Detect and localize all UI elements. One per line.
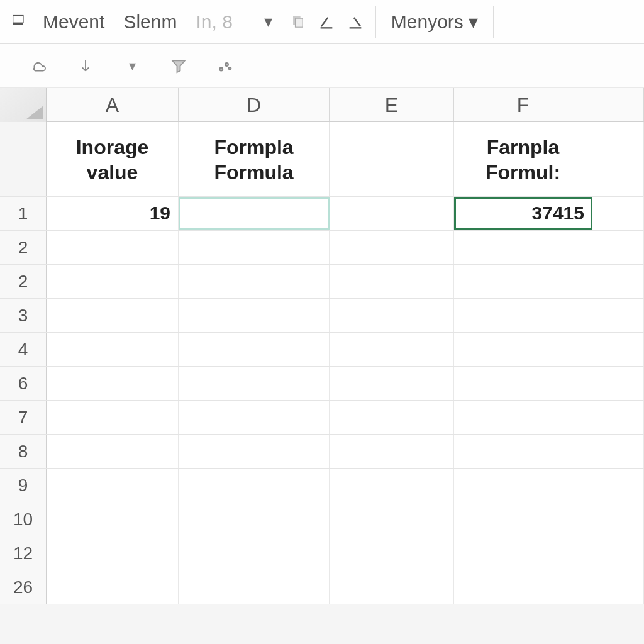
cell[interactable] — [179, 502, 330, 536]
col-header-E[interactable]: E — [330, 88, 454, 121]
cell[interactable] — [179, 231, 330, 264]
cell[interactable] — [592, 299, 644, 332]
cell[interactable] — [47, 231, 179, 264]
header-cell-F[interactable]: Farnpla Formul: — [454, 122, 592, 196]
cell[interactable] — [179, 469, 330, 502]
cell-D1[interactable] — [179, 197, 330, 230]
cell[interactable] — [330, 435, 454, 468]
scatter-icon[interactable] — [211, 52, 239, 80]
cell[interactable] — [47, 299, 179, 332]
row-header[interactable]: 6 — [0, 367, 47, 400]
cell[interactable] — [47, 265, 179, 298]
cell[interactable] — [47, 333, 179, 366]
cell[interactable] — [592, 265, 644, 298]
cell[interactable] — [330, 299, 454, 332]
cell[interactable] — [454, 299, 592, 332]
row-header[interactable]: 9 — [0, 469, 47, 502]
paint-bucket-icon[interactable] — [6, 9, 31, 35]
row-header[interactable]: 2 — [0, 265, 47, 298]
cell[interactable] — [179, 401, 330, 434]
ribbon-item-mevent[interactable]: Mevent — [35, 9, 112, 35]
cell[interactable] — [592, 469, 644, 502]
cell[interactable] — [330, 231, 454, 264]
cell[interactable] — [47, 435, 179, 468]
spreadsheet-grid[interactable]: A D E F Inorage value Formpla Formula Fa… — [0, 88, 644, 604]
cell[interactable] — [592, 536, 644, 570]
cell[interactable] — [179, 570, 330, 604]
cell[interactable] — [592, 570, 644, 604]
cell[interactable] — [592, 502, 644, 536]
sort-arrow-icon[interactable] — [72, 52, 99, 80]
col-header-F[interactable]: F — [454, 88, 592, 121]
cell[interactable] — [47, 469, 179, 502]
row-header[interactable]: 2 — [0, 231, 47, 264]
cell[interactable] — [330, 502, 454, 536]
row-header-blank[interactable] — [0, 122, 47, 196]
ribbon-item-in8[interactable]: In, 8 — [188, 9, 240, 35]
cell[interactable] — [454, 265, 592, 298]
filter-funnel-icon[interactable] — [165, 52, 192, 80]
cell[interactable] — [330, 265, 454, 298]
cell[interactable] — [330, 333, 454, 366]
row-header-1[interactable]: 1 — [0, 197, 47, 230]
cell[interactable] — [454, 367, 592, 400]
cell[interactable] — [330, 401, 454, 434]
cell[interactable] — [592, 401, 644, 434]
ribbon-item-slenm[interactable]: Slenm — [116, 9, 184, 35]
cell[interactable] — [179, 299, 330, 332]
row-header[interactable]: 10 — [0, 502, 47, 536]
cell[interactable] — [454, 502, 592, 536]
cell[interactable] — [454, 231, 592, 264]
cell[interactable] — [454, 570, 592, 604]
header-cell-next[interactable] — [592, 122, 644, 196]
chevron-down-icon[interactable]: ▾ — [118, 52, 146, 80]
underline-right-icon[interactable] — [343, 9, 368, 35]
header-cell-D[interactable]: Formpla Formula — [179, 122, 330, 196]
cell[interactable] — [330, 570, 454, 604]
select-all-corner[interactable] — [0, 88, 47, 122]
chevron-down-icon[interactable]: ▾ — [256, 9, 281, 35]
cell[interactable] — [330, 469, 454, 502]
cell[interactable] — [330, 367, 454, 400]
cell[interactable] — [47, 502, 179, 536]
cell-E1[interactable] — [330, 197, 454, 230]
cell[interactable] — [179, 367, 330, 400]
header-cell-A[interactable]: Inorage value — [47, 122, 179, 196]
cloud-sync-icon[interactable] — [25, 52, 53, 80]
underline-left-icon[interactable] — [314, 9, 339, 35]
row-header[interactable]: 26 — [0, 570, 47, 604]
cell[interactable] — [179, 333, 330, 366]
row-header[interactable]: 8 — [0, 435, 47, 468]
cell[interactable] — [454, 333, 592, 366]
row-header[interactable]: 7 — [0, 401, 47, 434]
cell[interactable] — [454, 536, 592, 570]
cell[interactable] — [330, 536, 454, 570]
cell[interactable] — [592, 367, 644, 400]
cell[interactable] — [179, 265, 330, 298]
cell[interactable] — [454, 469, 592, 502]
cell[interactable] — [179, 536, 330, 570]
copy-icon[interactable] — [285, 9, 310, 35]
cell[interactable] — [47, 367, 179, 400]
cell[interactable] — [592, 333, 644, 366]
row-header[interactable]: 4 — [0, 333, 47, 366]
col-header-next[interactable] — [592, 88, 644, 121]
col-header-A[interactable]: A — [47, 88, 179, 121]
cell[interactable] — [179, 435, 330, 468]
cell[interactable] — [47, 401, 179, 434]
cell-F1[interactable]: 37415 — [454, 197, 592, 230]
cell[interactable] — [47, 536, 179, 570]
cell[interactable] — [47, 570, 179, 604]
cell[interactable] — [592, 435, 644, 468]
cell[interactable] — [592, 231, 644, 264]
row-header[interactable]: 12 — [0, 536, 47, 570]
cell-G1[interactable] — [592, 197, 644, 230]
separator — [248, 6, 248, 38]
cell[interactable] — [454, 401, 592, 434]
header-cell-E[interactable] — [330, 122, 454, 196]
cell[interactable] — [454, 435, 592, 468]
row-header[interactable]: 3 — [0, 299, 47, 332]
ribbon-item-menyors[interactable]: Menyors ▾ — [384, 8, 486, 35]
col-header-D[interactable]: D — [179, 88, 330, 121]
cell-A1[interactable]: 19 — [47, 197, 179, 230]
